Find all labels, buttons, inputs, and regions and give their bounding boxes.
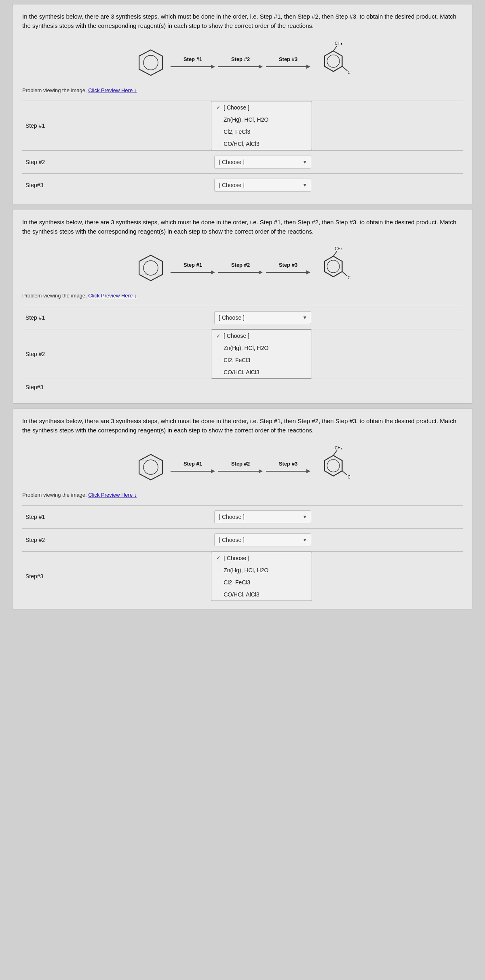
svg-line-28 — [342, 471, 348, 475]
question-text-1: In the synthesis below, there are 3 synt… — [22, 12, 463, 31]
option-co-1[interactable]: CO/HCl, AlCl3 — [211, 138, 312, 150]
svg-point-27 — [327, 459, 340, 472]
step1-label-2: Step #1 — [177, 262, 209, 268]
step3-row-2: Step#3 — [22, 379, 463, 396]
option-zn-3[interactable]: Zn(Hg), HCl, H2O — [211, 564, 312, 576]
option-choose-1[interactable]: ✓ [ Choose ] — [211, 101, 312, 114]
option-choose-2[interactable]: ✓ [ Choose ] — [211, 330, 312, 342]
step1-dropdown-3[interactable]: [ Choose ] ▼ — [214, 510, 311, 523]
step1-name-2: Step #1 — [22, 306, 211, 329]
step3-arrow-2: Step #3 — [266, 262, 310, 274]
step1-label-1: Step #1 — [177, 56, 209, 62]
option-cl2-3[interactable]: Cl2, FeCl3 — [211, 576, 312, 588]
step2-dropdown-cell-3[interactable]: [ Choose ] ▼ — [211, 528, 463, 551]
step2-arrow-2: Step #2 — [218, 262, 263, 274]
step1-row-2: Step #1 [ Choose ] ▼ — [22, 306, 463, 329]
step3-row-1: Step#3 [ Choose ] ▼ — [22, 173, 463, 196]
svg-point-21 — [143, 460, 158, 474]
step3-select-1[interactable]: [ Choose ] — [214, 179, 311, 192]
step2-dropdown-cell-2[interactable]: ✓ [ Choose ] Zn(Hg), HCl, H2O Cl2, FeCl3… — [211, 329, 463, 379]
step2-dropdown-3[interactable]: [ Choose ] ▼ — [214, 533, 311, 546]
svg-text:Cl: Cl — [348, 475, 351, 479]
step1-dropdown-2[interactable]: [ Choose ] ▼ — [214, 311, 311, 324]
step2-row-1: Step #2 [ Choose ] ▼ — [22, 150, 463, 173]
step2-label-2: Step #2 — [224, 262, 257, 268]
option-zn-1[interactable]: Zn(Hg), HCl, H2O — [211, 114, 312, 126]
step2-arrow-1: Step #2 — [218, 56, 263, 69]
preview-anchor-2[interactable]: Click Preview Here ↓ — [88, 293, 137, 299]
step1-name-1: Step #1 — [22, 101, 211, 150]
step3-row-3: Step#3 ✓ [ Choose ] Zn(Hg), HCl, H2O Cl2… — [22, 551, 463, 601]
diagram-2: Step #1 Step #2 Step #3 CH₃ — [22, 242, 463, 293]
steps-table-2: Step #1 [ Choose ] ▼ Step #2 ✓ [ Choose … — [22, 306, 463, 395]
diagram-3: Step #1 Step #2 Step #3 CH₃ — [22, 441, 463, 492]
preview-link-2[interactable]: Problem viewing the image, Click Preview… — [22, 293, 463, 299]
preview-link-3[interactable]: Problem viewing the image, Click Preview… — [22, 492, 463, 498]
svg-point-1 — [143, 55, 158, 70]
svg-text:CH₃: CH₃ — [335, 41, 342, 46]
preview-anchor-1[interactable]: Click Preview Here ↓ — [88, 87, 137, 93]
svg-marker-0 — [139, 50, 162, 75]
step3-open-panel-3[interactable]: ✓ [ Choose ] Zn(Hg), HCl, H2O Cl2, FeCl3… — [211, 552, 312, 601]
step3-dropdown-1[interactable]: [ Choose ] ▼ — [214, 179, 311, 192]
step2-name-1: Step #2 — [22, 150, 211, 173]
question-text-3: In the synthesis below, there are 3 synt… — [22, 416, 463, 435]
svg-line-8 — [342, 66, 348, 71]
preview-link-1[interactable]: Problem viewing the image, Click Preview… — [22, 87, 463, 93]
step1-select-2[interactable]: [ Choose ] — [214, 311, 311, 324]
step2-open-panel-2[interactable]: ✓ [ Choose ] Zn(Hg), HCl, H2O Cl2, FeCl3… — [211, 329, 312, 379]
step3-label-2: Step #3 — [272, 262, 304, 268]
svg-point-11 — [143, 261, 158, 275]
step1-arrow-2: Step #1 — [171, 262, 215, 274]
step1-name-3: Step #1 — [22, 505, 211, 528]
step2-dropdown-cell-1[interactable]: [ Choose ] ▼ — [211, 150, 463, 173]
product-svg-1: CH₃ Cl — [312, 40, 352, 85]
step2-select-3[interactable]: [ Choose ] — [214, 533, 311, 546]
option-cl2-2[interactable]: Cl2, FeCl3 — [211, 354, 312, 366]
preview-anchor-3[interactable]: Click Preview Here ↓ — [88, 492, 137, 498]
product-molecule-2: CH₃ Cl — [312, 246, 352, 290]
option-cl2-1[interactable]: Cl2, FeCl3 — [211, 126, 312, 138]
svg-point-17 — [327, 260, 340, 273]
step2-label-3: Step #2 — [224, 461, 257, 467]
step2-label-1: Step #2 — [224, 56, 257, 62]
diagram-1: Step #1 Step #2 Step #3 — [22, 36, 463, 87]
step3-dropdown-cell-3[interactable]: ✓ [ Choose ] Zn(Hg), HCl, H2O Cl2, FeCl3… — [211, 551, 463, 601]
product-molecule-1: CH₃ Cl — [312, 40, 352, 85]
step3-name-1: Step#3 — [22, 173, 211, 196]
question-text-2: In the synthesis below, there are 3 synt… — [22, 217, 463, 236]
option-zn-2[interactable]: Zn(Hg), HCl, H2O — [211, 342, 312, 354]
svg-line-18 — [342, 272, 348, 276]
step2-row-2: Step #2 ✓ [ Choose ] Zn(Hg), HCl, H2O Cl… — [22, 329, 463, 379]
step2-dropdown-1[interactable]: [ Choose ] ▼ — [214, 156, 311, 169]
option-co-3[interactable]: CO/HCl, AlCl3 — [211, 588, 312, 601]
step2-name-2: Step #2 — [22, 329, 211, 379]
step3-name-2: Step#3 — [22, 379, 211, 396]
step3-arrow-1: Step #3 — [266, 56, 310, 69]
step2-arrow-3: Step #2 — [218, 461, 263, 473]
step1-dropdown-cell-3[interactable]: [ Choose ] ▼ — [211, 505, 463, 528]
svg-line-5 — [333, 46, 337, 51]
step3-dropdown-cell-2 — [211, 379, 463, 396]
option-choose-3[interactable]: ✓ [ Choose ] — [211, 552, 312, 564]
svg-text:CH₃: CH₃ — [335, 247, 342, 251]
reactant-molecule-3 — [133, 449, 169, 485]
step1-open-panel-1[interactable]: ✓ [ Choose ] Zn(Hg), HCl, H2O Cl2, FeCl3… — [211, 101, 312, 150]
svg-text:CH₃: CH₃ — [335, 446, 342, 450]
benzene-svg-2 — [133, 250, 169, 286]
reactant-molecule-1 — [133, 44, 169, 81]
step1-row-1: Step #1 ✓ [ Choose ] Zn(Hg), HCl, H2O Cl… — [22, 101, 463, 150]
option-co-2[interactable]: CO/HCl, AlCl3 — [211, 366, 312, 378]
step3-dropdown-cell-1[interactable]: [ Choose ] ▼ — [211, 173, 463, 196]
question-card-2: In the synthesis below, there are 3 synt… — [12, 210, 473, 404]
step1-dropdown-cell-2[interactable]: [ Choose ] ▼ — [211, 306, 463, 329]
svg-point-7 — [327, 55, 340, 67]
step1-dropdown-cell-1[interactable]: ✓ [ Choose ] Zn(Hg), HCl, H2O Cl2, FeCl3… — [211, 101, 463, 150]
step1-select-3[interactable]: [ Choose ] — [214, 510, 311, 523]
step2-select-1[interactable]: [ Choose ] — [214, 156, 311, 169]
product-svg-3: CH₃ Cl — [312, 445, 352, 489]
svg-marker-20 — [139, 454, 162, 480]
svg-marker-10 — [139, 255, 162, 281]
step3-label-1: Step #3 — [272, 56, 304, 62]
benzene-svg-1 — [133, 44, 169, 81]
